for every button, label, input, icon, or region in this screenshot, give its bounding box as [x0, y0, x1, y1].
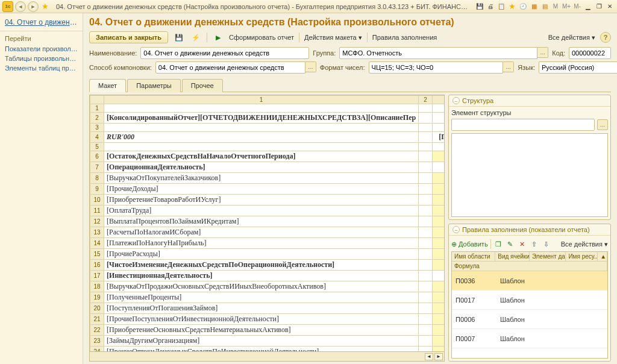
rules-title: Правила заполнения (показатели отчета): [462, 226, 590, 233]
group-select-icon[interactable]: …: [537, 47, 548, 58]
window-title: 04. Отчет о движении денежных средств (Н…: [52, 3, 472, 10]
struct-elem-input[interactable]: [451, 119, 595, 131]
structure-list[interactable]: [451, 133, 608, 217]
minimize-icon[interactable]: ▁: [583, 2, 593, 11]
fill-rules-link[interactable]: Правила заполнения: [372, 34, 437, 41]
nav-category: Перейти: [0, 33, 83, 44]
nav-item-tables[interactable]: Таблицы произвольных о...: [0, 54, 83, 63]
save-button[interactable]: 💾: [173, 31, 185, 43]
group-input[interactable]: [339, 47, 537, 59]
edit-icon[interactable]: ✎: [506, 239, 515, 249]
structure-title: Структура: [462, 97, 493, 104]
m-minus-icon[interactable]: M-: [572, 2, 582, 11]
titlebar: 1c ◄ ► ★ 04. Отчет о движении денежных с…: [0, 0, 617, 13]
plus-icon: ⊕: [451, 240, 457, 248]
calendar-icon[interactable]: ▤: [540, 2, 550, 11]
restore-icon[interactable]: ❐: [594, 2, 604, 11]
layout-input[interactable]: [155, 61, 305, 74]
move-down-icon[interactable]: ⇩: [542, 239, 551, 249]
help-button[interactable]: ?: [600, 32, 611, 43]
numfmt-label: Формат чисел:: [320, 64, 365, 71]
play-icon[interactable]: ▶: [212, 31, 224, 43]
table-row[interactable]: П0036Шаблон: [452, 271, 607, 290]
spreadsheet[interactable]: 1234512[КонсолидированныйОтчет][ОТЧЕТОДВ…: [90, 95, 444, 351]
move-up-icon[interactable]: ⇧: [530, 239, 539, 249]
nav-title[interactable]: 04. Отчет о движени...: [0, 16, 83, 29]
layout-label: Способ компоновки:: [89, 64, 152, 71]
star-icon[interactable]: ★: [507, 2, 517, 11]
tab-layout[interactable]: Макет: [89, 79, 126, 92]
numfmt-input[interactable]: [369, 61, 504, 74]
save-icon[interactable]: 💾: [475, 2, 484, 11]
m-plus-icon[interactable]: M+: [562, 2, 571, 11]
calc-icon[interactable]: ▦: [529, 2, 539, 11]
back-icon[interactable]: ◄: [15, 1, 26, 12]
favorite-icon[interactable]: ★: [40, 2, 50, 11]
spreadsheet-pane: 1234512[КонсолидированныйОтчет][ОТЧЕТОДВ…: [89, 95, 445, 362]
scroll-right-icon[interactable]: ►: [434, 353, 443, 360]
table-row[interactable]: П0006Шаблон: [452, 310, 607, 329]
lang-label: Язык:: [518, 64, 535, 71]
scroll-left-icon[interactable]: ◄: [425, 353, 433, 360]
add-button[interactable]: ⊕ Добавить: [451, 240, 488, 248]
collapse-icon[interactable]: –: [453, 97, 460, 104]
rules-panel: – Правила заполнения (показатели отчета)…: [448, 224, 611, 362]
close-icon[interactable]: ✕: [605, 2, 615, 11]
save-close-button[interactable]: Записать и закрыть: [89, 31, 168, 43]
nav-sidebar: 04. Отчет о движени... Перейти Показател…: [0, 13, 83, 364]
form-report-link[interactable]: Сформировать отчет: [229, 34, 294, 41]
all-actions-link[interactable]: Все действия ▾: [548, 34, 595, 42]
nav-item-indicators[interactable]: Показатели произвольн...: [0, 44, 83, 54]
delete-icon[interactable]: ✕: [518, 239, 527, 249]
spreadsheet-scroll[interactable]: 1234512[КонсолидированныйОтчет][ОТЧЕТОДВ…: [90, 95, 444, 351]
scroll-up-icon[interactable]: ▲: [598, 252, 607, 261]
page-title: 04. Отчет о движении денежных средств (Н…: [89, 17, 611, 28]
layout-select-icon[interactable]: …: [305, 61, 316, 72]
rules-all-actions[interactable]: Все действия ▾: [561, 240, 608, 248]
bolt-icon[interactable]: ⚡: [190, 31, 202, 43]
h-scrollbar[interactable]: ◄ ►: [90, 351, 444, 361]
copy-icon[interactable]: ❐: [493, 239, 503, 249]
history-icon[interactable]: 🕘: [518, 2, 528, 11]
table-row[interactable]: П0007Шаблон: [452, 329, 607, 348]
rules-table[interactable]: Имя области Вид ячейки Элемент да... Имя…: [451, 251, 608, 359]
clipboard-icon[interactable]: 📋: [496, 2, 506, 11]
struct-select-icon[interactable]: …: [597, 119, 608, 130]
structure-panel: – Структура Элемент структуры …: [448, 95, 611, 220]
app-logo-icon: 1c: [2, 1, 13, 12]
struct-elem-label: Элемент структуры: [451, 109, 511, 116]
table-row[interactable]: П0017Шаблон: [452, 290, 607, 310]
collapse-icon[interactable]: –: [453, 226, 460, 233]
group-label: Группа:: [313, 49, 336, 57]
name-input[interactable]: [140, 47, 309, 59]
forward-icon[interactable]: ►: [28, 1, 39, 12]
tabs: Макет Параметры Прочее: [89, 78, 611, 92]
main-toolbar: Записать и закрыть 💾 ⚡ ▶ Сформировать от…: [89, 31, 611, 43]
tab-params[interactable]: Параметры: [127, 79, 181, 92]
lang-input[interactable]: [539, 61, 617, 74]
tab-other[interactable]: Прочее: [182, 79, 223, 92]
layout-actions-link[interactable]: Действия макета ▾: [304, 34, 362, 42]
rules-toolbar: ⊕ Добавить ❐ ✎ ✕ ⇧ ⇩ Все действия ▾: [451, 238, 608, 251]
nav-item-elements[interactable]: Элементы таблиц произв...: [0, 63, 83, 73]
numfmt-select-icon[interactable]: …: [503, 61, 514, 72]
code-input[interactable]: [569, 47, 611, 59]
print-icon[interactable]: 🖨: [486, 2, 495, 11]
code-label: Код:: [552, 49, 565, 57]
m-icon[interactable]: M: [551, 2, 560, 11]
name-label: Наименование:: [89, 49, 137, 57]
